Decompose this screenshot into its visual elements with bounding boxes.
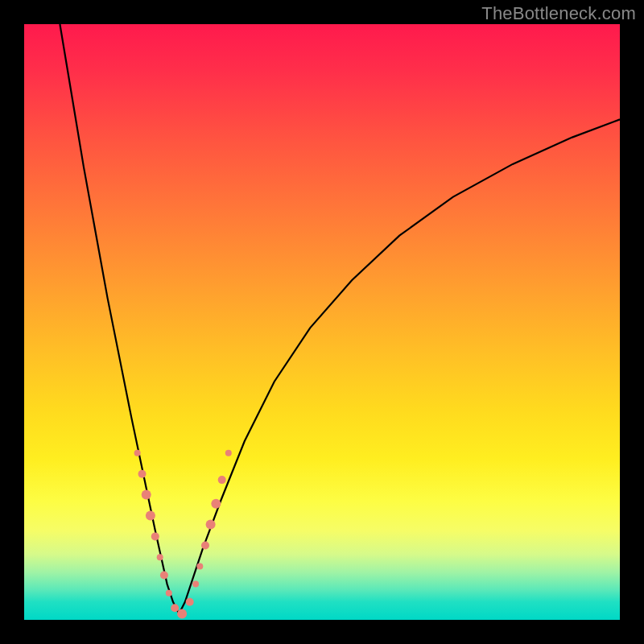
marker-layer (134, 450, 232, 619)
marker-dot (201, 542, 209, 550)
marker-dot (160, 572, 168, 580)
marker-dot (186, 598, 194, 606)
marker-dot (211, 499, 221, 509)
right-curve (179, 119, 620, 613)
marker-dot (134, 450, 141, 456)
marker-dot (146, 511, 155, 521)
left-curve-path (60, 24, 179, 614)
marker-dot (166, 590, 172, 597)
chart-frame: TheBottleneck.com (0, 0, 644, 644)
marker-dot (225, 450, 232, 456)
right-curve-path (179, 119, 620, 613)
left-curve (60, 24, 179, 614)
marker-dot (138, 470, 147, 478)
marker-dot (171, 604, 179, 612)
marker-dot (177, 609, 187, 619)
marker-dot (192, 581, 199, 588)
marker-dot (206, 520, 216, 530)
chart-svg (24, 24, 620, 620)
marker-dot (196, 563, 203, 569)
marker-dot (218, 476, 226, 484)
watermark-text: TheBottleneck.com (481, 3, 636, 24)
marker-dot (157, 554, 163, 560)
marker-dot (142, 490, 151, 500)
marker-dot (151, 532, 159, 540)
